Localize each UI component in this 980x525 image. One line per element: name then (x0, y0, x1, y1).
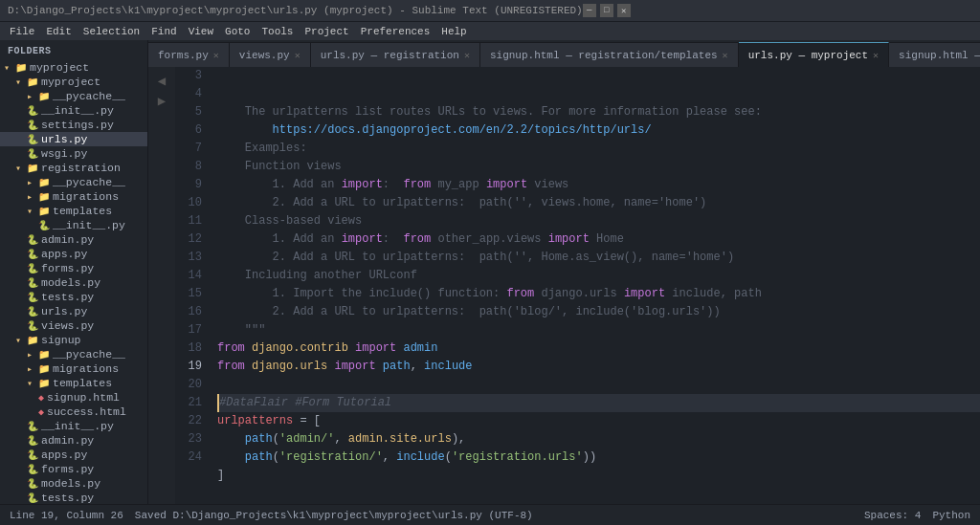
folder-closed-icon: ▸ 📁 (27, 91, 50, 102)
tab-close-urls-myproject[interactable]: ✕ (873, 50, 879, 61)
folder-closed-icon: ▸ 📁 (27, 177, 50, 188)
html-file-icon: ◆ (38, 406, 44, 418)
menu-item-selection[interactable]: Selection (78, 26, 145, 37)
cursor-position: Line 19, Column 26 (10, 510, 123, 521)
line-number-10: 10 (183, 194, 202, 212)
sidebar-item-urls-py[interactable]: 🐍urls.py (0, 132, 147, 146)
menu-item-view[interactable]: View (183, 26, 219, 37)
sidebar-label-apps-py-2: apps.py (41, 448, 87, 461)
sidebar-item-settings-py[interactable]: 🐍settings.py (0, 118, 147, 132)
line-number-15: 15 (183, 285, 202, 303)
sidebar-item-init-py-1[interactable]: 🐍__init__.py (0, 103, 147, 118)
code-view[interactable]: 3456789101112131415161718192021222324 Th… (175, 67, 980, 504)
python-file-icon: 🐍 (27, 464, 38, 475)
sidebar-item-apps-py-1[interactable]: 🐍apps.py (0, 247, 147, 261)
nav-right-arrow[interactable]: ▶ (156, 91, 167, 111)
sidebar-item-pycache-1[interactable]: ▸ 📁__pycache__ (0, 89, 147, 103)
sidebar-item-apps-py-2[interactable]: 🐍apps.py (0, 448, 147, 462)
sidebar-item-registration[interactable]: ▾ 📁registration (0, 161, 147, 175)
sidebar-item-admin-py-2[interactable]: 🐍admin.py (0, 433, 147, 448)
editor-content: ◀ ▶ 345678910111213141516171819202122232… (148, 67, 980, 504)
code-line-22: path('registration/', include('registrat… (217, 448, 980, 467)
menu-item-file[interactable]: File (4, 26, 40, 37)
sidebar-label-templates-2: templates (53, 377, 112, 389)
menu-item-tools[interactable]: Tools (256, 26, 299, 37)
sidebar-item-myproject-root[interactable]: ▾ 📁myproject (0, 60, 147, 75)
status-left: Line 19, Column 26 Saved D:\Django_Proje… (10, 510, 533, 521)
menu-item-help[interactable]: Help (435, 26, 472, 37)
menu-item-preferences[interactable]: Preferences (355, 26, 436, 37)
sidebar-item-pycache-2[interactable]: ▸ 📁__pycache__ (0, 175, 147, 189)
sidebar-item-templates-2[interactable]: ▾ 📁templates (0, 376, 147, 390)
line-number-6: 6 (183, 121, 202, 140)
sidebar-item-signup-html[interactable]: ◆signup.html (0, 390, 147, 405)
code-line-17: from django.urls import path, include (217, 358, 980, 376)
menu-item-project[interactable]: Project (299, 26, 354, 37)
status-right: Spaces: 4 Python (864, 510, 970, 521)
sidebar-item-myproject-inner[interactable]: ▾ 📁myproject (0, 75, 147, 89)
tab-close-views-py[interactable]: ✕ (295, 50, 301, 61)
folder-open-icon: ▾ 📁 (15, 335, 38, 346)
menu-item-edit[interactable]: Edit (40, 26, 77, 37)
code-editor[interactable]: The urlpatterns list routes URLs to view… (210, 67, 980, 504)
menu-item-find[interactable]: Find (145, 26, 182, 37)
tab-urls-myproject[interactable]: urls.py — myproject✕ (739, 42, 889, 67)
sidebar-item-urls-py-1[interactable]: 🐍urls.py (0, 304, 147, 318)
sidebar-item-wsgi-py[interactable]: 🐍wsgi.py (0, 146, 147, 161)
tab-signup-html-reg[interactable]: signup.html — registration/templates✕ (480, 42, 739, 67)
sidebar-item-admin-py-1[interactable]: 🐍admin.py (0, 232, 147, 247)
tab-label-views-py: views.py (239, 50, 290, 61)
sidebar-item-templates-1[interactable]: ▾ 📁templates (0, 204, 147, 218)
code-line-16: from django.contrib import admin (217, 339, 980, 358)
minimize-button[interactable]: ─ (583, 4, 596, 17)
sidebar-item-tests-py-2[interactable]: 🐍tests.py (0, 491, 147, 504)
line-number-3: 3 (183, 67, 202, 85)
folder-closed-icon: ▸ 📁 (27, 191, 50, 203)
code-line-6: Function views (217, 158, 980, 176)
maximize-button[interactable]: □ (600, 4, 613, 17)
sidebar-item-views-py-1[interactable]: 🐍views.py (0, 318, 147, 333)
tab-close-forms-py[interactable]: ✕ (213, 50, 219, 61)
sidebar-item-forms-py-1[interactable]: 🐍forms.py (0, 261, 147, 275)
tab-close-signup-html-reg[interactable]: ✕ (723, 50, 728, 61)
tab-close-urls-registration[interactable]: ✕ (464, 50, 470, 61)
line-number-19: 19 (183, 358, 202, 376)
tab-forms-py[interactable]: forms.py✕ (148, 42, 230, 67)
sidebar-item-tests-py-1[interactable]: 🐍tests.py (0, 290, 147, 304)
tab-views-py[interactable]: views.py✕ (230, 42, 311, 67)
sidebar-item-forms-py-2[interactable]: 🐍forms.py (0, 462, 147, 476)
sidebar-label-admin-py-2: admin.py (41, 434, 94, 447)
folder-open-icon: ▾ 📁 (27, 378, 50, 389)
sidebar-item-signup[interactable]: ▾ 📁signup (0, 333, 147, 347)
tab-signup-html-signup[interactable]: signup.html — signup/templates✕ (889, 42, 980, 67)
menu-item-goto[interactable]: Goto (219, 26, 256, 37)
status-bar: Line 19, Column 26 Saved D:\Django_Proje… (0, 504, 980, 525)
language-info: Python (932, 510, 970, 521)
tab-label-forms-py: forms.py (158, 50, 209, 61)
sidebar-item-pycache-3[interactable]: ▸ 📁__pycache__ (0, 347, 147, 361)
tab-urls-registration[interactable]: urls.py — registration✕ (311, 42, 480, 67)
sidebar-label-registration: registration (41, 162, 121, 174)
python-file-icon: 🐍 (27, 234, 38, 246)
sidebar-item-init-py-2[interactable]: 🐍__init__.py (0, 218, 147, 232)
sidebar-label-forms-py-1: forms.py (41, 262, 94, 274)
folder-open-icon: ▾ 📁 (27, 206, 50, 217)
sidebar-item-success-html[interactable]: ◆success.html (0, 405, 147, 419)
window-controls[interactable]: ─ □ ✕ (583, 4, 631, 17)
sidebar-item-migrations-2[interactable]: ▸ 📁migrations (0, 361, 147, 376)
python-file-icon: 🐍 (27, 277, 38, 289)
sidebar-label-pycache-1: __pycache__ (53, 90, 125, 102)
nav-left-arrow[interactable]: ◀ (156, 71, 167, 91)
html-file-icon: ◆ (38, 392, 44, 404)
code-line-14: 2. Add a URL to urlpatterns: path('blog/… (217, 303, 980, 321)
sidebar-item-models-py-1[interactable]: 🐍models.py (0, 275, 147, 290)
sidebar-label-settings-py: settings.py (41, 119, 114, 131)
sidebar-item-init-py-3[interactable]: 🐍__init__.py (0, 419, 147, 433)
sidebar-item-migrations-1[interactable]: ▸ 📁migrations (0, 189, 147, 204)
sidebar-item-models-py-2[interactable]: 🐍models.py (0, 476, 147, 491)
code-line-15: """ (217, 321, 980, 339)
code-line-20: urlpatterns = [ (217, 412, 980, 430)
python-file-icon: 🐍 (27, 449, 38, 461)
close-button[interactable]: ✕ (617, 4, 631, 17)
code-line-10: 1. Add an import: from other_app.views i… (217, 230, 980, 249)
